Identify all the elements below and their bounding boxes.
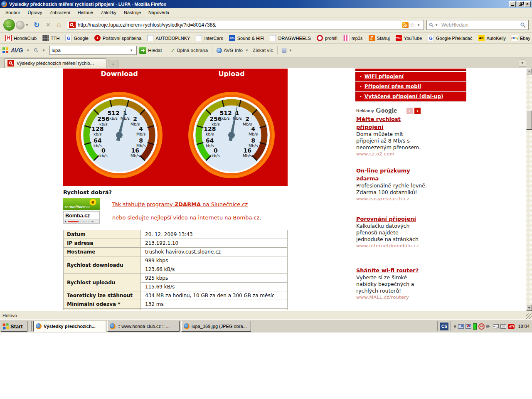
bookmark-google[interactable]: GGoogle [62, 34, 91, 42]
url-text[interactable]: http://nastroje.lupa.cz/mereni-rychlosti… [78, 22, 402, 28]
urlbar-dropdown-icon[interactable]: ▼ [417, 23, 420, 27]
sidebar-link-label[interactable]: WiFi připojení [365, 74, 404, 79]
promo-link[interactable]: Tak stahujte programy ZDARMA na Slunečni… [112, 201, 248, 207]
reload-button[interactable]: ↻ [34, 21, 39, 30]
na-status-icon[interactable]: N/A [478, 323, 485, 330]
ad-url[interactable]: www.cz.o2.com [356, 151, 427, 157]
menu-pravy[interactable]: Úpravy [24, 9, 46, 16]
ads-prev-icon[interactable]: ‹ [406, 108, 413, 114]
avg-menu-dropdown-icon[interactable]: ▼ [26, 49, 30, 52]
scroll-down-icon[interactable]: ▼ [526, 305, 532, 311]
taskbar-window-button[interactable]: :: www.honda-club.cz :: ... [107, 321, 180, 332]
rss-icon[interactable] [402, 22, 409, 28]
new-tab-button[interactable]: + [108, 60, 118, 68]
network-icon[interactable] [458, 324, 464, 329]
bookmark-dragwheels[interactable]: DRAGWHEELS [267, 34, 313, 42]
scroll-up-icon[interactable]: ▲ [526, 68, 532, 74]
avg-logo-icon[interactable] [2, 47, 8, 53]
avg-get-more-button[interactable]: Získat víc [253, 48, 273, 53]
mail-icon[interactable] [493, 324, 499, 328]
bookmark-autodoplnky[interactable]: AUTODOPLNKY [144, 34, 193, 42]
network-error-icon[interactable] [466, 324, 471, 329]
bookmark-stahuj[interactable]: ZStahuj [366, 34, 393, 42]
play-icon[interactable] [65, 220, 66, 223]
menu-historie[interactable]: Historie [74, 9, 97, 16]
bookmark-tth[interactable]: TTH [39, 34, 62, 42]
sidebar-link-label[interactable]: Vytáčené připojení (dial-up) [365, 94, 443, 99]
close-button[interactable]: × [524, 1, 531, 7]
ad-title-link[interactable]: Sháníte wi-fi router? [356, 267, 419, 273]
restore-button[interactable] [517, 1, 523, 7]
search-engine-icon[interactable] [429, 22, 434, 27]
volume-icon[interactable] [486, 324, 491, 329]
avg-brand[interactable]: AVG [11, 47, 23, 54]
ebay-favicon-icon: ebay [512, 35, 518, 41]
search-go-icon[interactable] [520, 22, 526, 28]
avg-search-input[interactable]: lupa ▼ [49, 46, 137, 55]
avg-bin-button[interactable]: ▼ [282, 48, 294, 53]
ad-title-link[interactable]: Porovnání připojení [356, 216, 416, 222]
taskbar-window-button[interactable]: Výsledky předchozích... [33, 321, 106, 332]
search-engine-dropdown-icon[interactable]: ▼ [435, 23, 438, 27]
ad-url[interactable]: www.internetdomobilu.cz [356, 243, 427, 249]
menu-npovda[interactable]: Nápověda [145, 9, 173, 16]
bomba-banner[interactable]: Bomba.cz0:00/1:20 [63, 211, 100, 224]
vertical-scrollbar[interactable]: ▲ ▼ [526, 68, 532, 311]
sidebar-link-p-ipojen-p-es-mobil[interactable]: •Připojení přes mobil [355, 82, 466, 91]
tray-collapse-icon[interactable]: « [453, 323, 456, 329]
bookmark-google-p-eklada-[interactable]: GGoogle Překladač [425, 34, 475, 42]
avg-query-text[interactable]: lupa [52, 48, 61, 53]
avg-protection-button[interactable]: ✓ Úplná ochrana [170, 47, 208, 54]
tab-results[interactable]: Výsledky předchozích měření rychlo... [4, 58, 106, 68]
display-icon[interactable] [500, 324, 506, 329]
minimize-button[interactable] [509, 1, 516, 7]
taskbar-grip[interactable] [30, 321, 32, 331]
list-all-tabs-button[interactable]: ▼ [519, 59, 526, 66]
battery-icon[interactable] [473, 323, 477, 330]
menu-zloky[interactable]: Záložky [97, 9, 120, 16]
bookmark-prohifi[interactable]: prohifi [314, 34, 340, 42]
avg-combo-dropdown-icon[interactable]: ▼ [130, 49, 133, 52]
back-button[interactable]: ← [3, 19, 15, 31]
menu-zobrazen[interactable]: Zobrazení [46, 9, 74, 16]
menu-soubor[interactable]: Soubor [2, 9, 24, 16]
bookmark-po-tovn-spo-itelna[interactable]: +Poštovní spořitelna [91, 34, 145, 42]
sidebar-link-vyt-en-p-ipojen-dial-up-[interactable]: •Vytáčené připojení (dial-up) [355, 92, 466, 101]
avg-info-button[interactable]: AVG Info ▼ [217, 48, 250, 53]
scrollbar-thumb[interactable] [526, 110, 532, 130]
bookmark-star-icon[interactable]: ☆ [410, 22, 415, 28]
history-dropdown-icon[interactable]: ▼ [25, 23, 29, 27]
url-bar[interactable]: http://nastroje.lupa.cz/mereni-rychlosti… [67, 20, 424, 30]
language-indicator[interactable]: CS [440, 323, 448, 330]
bookmark-youtube[interactable]: YouYouTube [393, 34, 425, 42]
avg-search-button[interactable]: ➜ Hledat [139, 47, 162, 54]
forward-button[interactable]: → [16, 21, 25, 30]
bookmark-ebay[interactable]: ebayEbay [509, 34, 532, 42]
bookmark-mp3s[interactable]: mp3s [340, 34, 366, 42]
ad-url[interactable]: www.easyresearch.cz [356, 196, 427, 202]
home-button[interactable]: ⌂ [57, 21, 61, 29]
avg-magnifier-icon[interactable] [34, 48, 39, 53]
ati-icon[interactable]: ATI [508, 324, 515, 329]
bookmark-hondaclub[interactable]: HHondaClub [2, 34, 39, 42]
sidebar-link-label[interactable]: Připojení přes mobil [365, 84, 421, 89]
promo-link[interactable]: nebo sledujte nejlepší videa na internet… [112, 214, 259, 221]
slunecnice-banner[interactable]: SLUNEČNICE.cz [63, 198, 100, 210]
menu-nstroje[interactable]: Nástroje [120, 9, 145, 16]
avg-search-dropdown-icon[interactable]: ▼ [42, 49, 45, 52]
search-box[interactable]: ▼ WebHledani [426, 20, 529, 30]
ad-url[interactable]: www.MALL.cz/routery [356, 295, 427, 300]
ad-title-link[interactable]: Měřte rychlost připojení [356, 116, 401, 130]
sidebar-link-wifi-p-ipojen-[interactable]: •WiFi připojení [355, 72, 466, 81]
bookmark-sound-hifi[interactable]: CSSound & HiFi [226, 34, 267, 42]
fullscreen-icon[interactable] [91, 221, 94, 222]
resize-grip[interactable] [526, 313, 532, 319]
ad-title-link[interactable]: On-line průzkumy zdarma [356, 167, 410, 182]
stop-button[interactable]: × [46, 21, 50, 29]
bookmark-intercars[interactable]: InterCars [193, 34, 226, 42]
ads-next-icon[interactable]: › [414, 108, 421, 114]
bookmark-autokelly[interactable]: AKAutoKelly [475, 34, 509, 42]
taskbar-window-button[interactable]: lupa_169.jpg (JPEG obrá... [181, 321, 251, 332]
search-input[interactable]: WebHledani [441, 22, 520, 28]
start-button[interactable]: Start [1, 321, 27, 332]
